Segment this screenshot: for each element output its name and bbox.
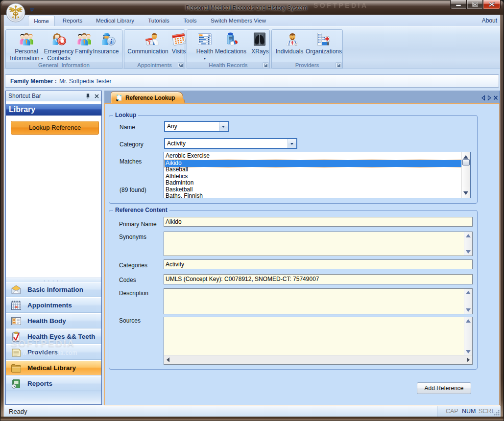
svg-text:i: i: [110, 38, 112, 45]
